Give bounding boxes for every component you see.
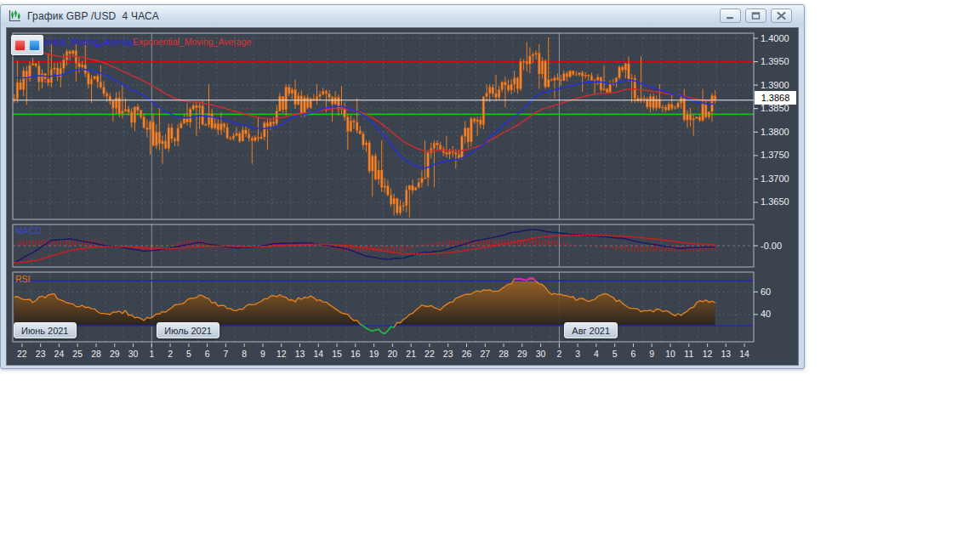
svg-text:12: 12 [703, 349, 713, 359]
svg-text:20: 20 [388, 349, 398, 359]
svg-text:1.3700: 1.3700 [761, 173, 789, 184]
svg-text:22: 22 [424, 349, 435, 359]
svg-text:28: 28 [499, 349, 509, 359]
close-button[interactable] [771, 9, 792, 23]
svg-text:2: 2 [168, 349, 173, 359]
svg-text:1.4000: 1.4000 [761, 33, 789, 43]
svg-text:28: 28 [91, 349, 101, 359]
chart-toolbar [11, 35, 43, 55]
svg-text:8: 8 [242, 349, 247, 359]
svg-text:1: 1 [149, 349, 154, 359]
chart-window: График GBP /USD 4 ЧАСА 1.40001.39501.390… [0, 4, 805, 369]
svg-text:1.3950: 1.3950 [761, 56, 789, 66]
minimize-button[interactable] [720, 9, 741, 23]
svg-text:6: 6 [631, 349, 636, 359]
svg-text:1.3900: 1.3900 [761, 80, 789, 90]
svg-text:22: 22 [17, 349, 27, 359]
svg-text:29: 29 [110, 349, 120, 359]
svg-text:12: 12 [276, 349, 287, 359]
svg-text:24: 24 [54, 349, 65, 359]
macd-panel-label: MACD [15, 225, 42, 236]
month-label-june: Июнь 2021 [14, 322, 77, 338]
svg-text:3: 3 [575, 349, 580, 359]
svg-text:29: 29 [517, 349, 527, 359]
svg-text:60: 60 [761, 287, 771, 297]
svg-text:9: 9 [649, 349, 654, 359]
svg-text:27: 27 [480, 349, 490, 359]
legend-ema-slow: Exponential_Moving_Average [133, 37, 251, 47]
chart-client-area: 1.40001.39501.39001.38501.38001.37501.37… [6, 27, 799, 366]
svg-text:14: 14 [739, 349, 749, 359]
svg-text:13: 13 [295, 349, 305, 359]
window-controls [720, 9, 797, 23]
svg-text:1.3800: 1.3800 [761, 127, 789, 137]
svg-text:16: 16 [350, 349, 361, 359]
chart-canvas[interactable]: 1.40001.39501.39001.38501.38001.37501.37… [7, 28, 798, 365]
red-square-button[interactable] [14, 40, 26, 51]
month-label-august: Авг 2021 [564, 322, 618, 338]
svg-text:7: 7 [223, 349, 228, 359]
svg-text:5: 5 [186, 349, 191, 359]
svg-text:40: 40 [761, 309, 771, 319]
restore-button[interactable] [745, 9, 766, 23]
blue-square-button[interactable] [29, 40, 40, 51]
svg-text:6: 6 [205, 349, 210, 359]
svg-text:15: 15 [332, 349, 342, 359]
current-price-tag: 1.3868 [755, 91, 796, 105]
svg-text:1.3850: 1.3850 [761, 103, 789, 113]
svg-text:26: 26 [462, 349, 472, 359]
rsi-panel-label: RSI [15, 274, 31, 284]
svg-text:25: 25 [72, 349, 83, 359]
window-title: График GBP /USD 4 ЧАСА [27, 10, 159, 22]
svg-text:11: 11 [684, 349, 693, 359]
svg-text:5: 5 [612, 349, 618, 359]
svg-text:14: 14 [313, 349, 323, 359]
candlestick-chart-icon [8, 9, 22, 23]
month-label-july: Июль 2021 [157, 322, 219, 338]
svg-text:-0.00: -0.00 [761, 241, 782, 251]
svg-text:1.3650: 1.3650 [761, 196, 789, 207]
svg-text:23: 23 [36, 349, 46, 359]
svg-text:13: 13 [721, 349, 731, 359]
svg-text:19: 19 [369, 349, 379, 359]
svg-text:10: 10 [665, 349, 675, 359]
rsi-fill [14, 278, 715, 327]
svg-text:21: 21 [406, 349, 416, 359]
svg-text:2: 2 [556, 349, 561, 359]
svg-text:23: 23 [443, 349, 453, 359]
svg-text:1.3750: 1.3750 [761, 150, 789, 160]
window-titlebar[interactable]: График GBP /USD 4 ЧАСА [1, 5, 804, 26]
svg-text:4: 4 [594, 349, 599, 359]
svg-text:30: 30 [536, 349, 546, 359]
svg-text:30: 30 [128, 349, 139, 359]
svg-text:9: 9 [260, 349, 265, 359]
